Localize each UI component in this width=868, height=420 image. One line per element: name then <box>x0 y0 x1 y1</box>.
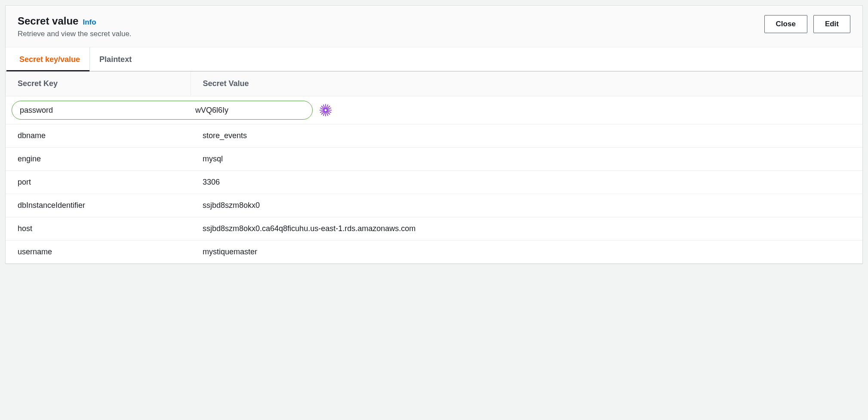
tab-plaintext[interactable]: Plaintext <box>90 47 141 71</box>
table-row: dbInstanceIdentifier ssjbd8szm8okx0 <box>6 194 862 217</box>
secret-value-panel: Secret value Info Retrieve and view the … <box>5 5 863 264</box>
edit-button[interactable]: Edit <box>813 15 850 33</box>
table-row: host ssjbd8szm8okx0.ca64q8ficuhu.us-east… <box>6 217 862 241</box>
cell-value: 3306 <box>191 171 862 194</box>
cell-value: ssjbd8szm8okx0.ca64q8ficuhu.us-east-1.rd… <box>191 217 862 241</box>
table-row: password wVQ6l6Iy <box>6 96 862 124</box>
tabs: Secret key/value Plaintext <box>6 47 862 71</box>
cell-key: host <box>6 217 191 241</box>
cell-value: mystiquemaster <box>191 241 862 264</box>
panel-header: Secret value Info Retrieve and view the … <box>6 6 862 47</box>
highlight-capsule[interactable]: password wVQ6l6Iy <box>12 101 313 120</box>
title-row: Secret value Info <box>18 15 132 27</box>
col-header-key: Secret Key <box>6 71 191 96</box>
panel-title: Secret value <box>18 15 78 27</box>
cell-key: dbname <box>6 124 191 148</box>
table-wrap: Secret Key Secret Value password wVQ6l6I… <box>6 71 862 263</box>
cell-key: password <box>12 106 188 115</box>
cell-key: port <box>6 171 191 194</box>
cell-key: username <box>6 241 191 264</box>
info-link[interactable]: Info <box>83 18 96 27</box>
kv-table: Secret Key Secret Value password wVQ6l6I… <box>6 71 862 263</box>
cell-value: wVQ6l6Iy <box>188 106 312 115</box>
cell-key: dbInstanceIdentifier <box>6 194 191 217</box>
cell-value: mysql <box>191 148 862 171</box>
col-header-value: Secret Value <box>191 71 862 96</box>
tab-secret-key-value[interactable]: Secret key/value <box>10 47 90 71</box>
sparkle-icon <box>319 103 332 117</box>
cell-value: ssjbd8szm8okx0 <box>191 194 862 217</box>
table-row: dbname store_events <box>6 124 862 148</box>
title-block: Secret value Info Retrieve and view the … <box>18 15 132 38</box>
panel-subtitle: Retrieve and view the secret value. <box>18 30 132 38</box>
cell-key: engine <box>6 148 191 171</box>
highlighted-pair: password wVQ6l6Iy <box>12 101 850 120</box>
table-header-row: Secret Key Secret Value <box>6 71 862 96</box>
cell-value: store_events <box>191 124 862 148</box>
close-button[interactable]: Close <box>764 15 807 33</box>
table-row: engine mysql <box>6 148 862 171</box>
table-row: username mystiquemaster <box>6 241 862 264</box>
button-group: Close Edit <box>764 15 850 33</box>
table-row: port 3306 <box>6 171 862 194</box>
